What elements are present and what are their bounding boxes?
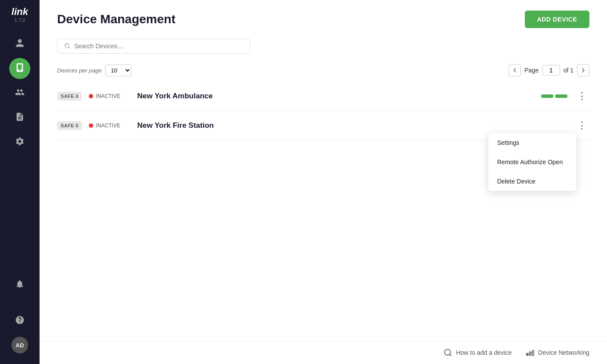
sidebar-item-group[interactable] bbox=[9, 83, 30, 104]
page-title: Device Management bbox=[57, 12, 175, 26]
sidebar-item-help[interactable] bbox=[9, 310, 30, 332]
chevron-right-icon bbox=[581, 68, 585, 72]
status-indicator: INACTIVE bbox=[89, 123, 128, 129]
search-circle-icon bbox=[443, 348, 452, 357]
status-text: INACTIVE bbox=[96, 123, 120, 129]
status-indicator: INACTIVE bbox=[89, 93, 128, 99]
sidebar: link 1.7.0 bbox=[0, 0, 40, 364]
device-name: New York Fire Station bbox=[137, 121, 574, 130]
context-menu-item-delete[interactable]: Delete Device bbox=[488, 172, 576, 191]
help-icon bbox=[15, 315, 25, 327]
pill-group bbox=[541, 94, 567, 98]
device-more-button[interactable]: ⋮ bbox=[574, 90, 589, 103]
svg-line-1 bbox=[450, 354, 451, 356]
page-header: Device Management ADD DEVICE bbox=[40, 0, 607, 39]
settings-icon bbox=[15, 137, 25, 148]
next-page-button[interactable] bbox=[577, 64, 589, 76]
status-text: INACTIVE bbox=[96, 93, 120, 99]
logo-text: link bbox=[11, 7, 28, 17]
status-dot bbox=[89, 94, 93, 98]
search-input[interactable] bbox=[74, 43, 244, 50]
network-icon bbox=[526, 348, 534, 357]
status-pill-green bbox=[541, 94, 553, 98]
device-list: SAFE 0 INACTIVE New York Ambulance ⋮ SAF… bbox=[40, 82, 607, 341]
bottom-bar: How to add a device Device Networking bbox=[40, 341, 607, 364]
group-icon bbox=[15, 87, 25, 99]
table-controls: Devices per page 10 25 50 100 Page of 1 bbox=[40, 61, 607, 82]
user-avatar[interactable]: AD bbox=[11, 337, 28, 353]
online-dot bbox=[18, 301, 22, 305]
device-name: New York Ambulance bbox=[137, 92, 541, 101]
how-to-add-device-link[interactable]: How to add a device bbox=[443, 348, 512, 357]
svg-rect-3 bbox=[530, 352, 531, 355]
context-menu-item-remote-authorize[interactable]: Remote Authorize Open bbox=[488, 152, 576, 172]
device-networking-link[interactable]: Device Networking bbox=[526, 348, 589, 357]
prev-page-button[interactable] bbox=[509, 64, 521, 76]
sidebar-nav bbox=[9, 33, 30, 274]
search-box bbox=[57, 39, 251, 54]
device-actions-right: ⋮ bbox=[574, 119, 589, 132]
logo-version: 1.7.0 bbox=[15, 18, 25, 23]
status-pill-green-2 bbox=[555, 94, 567, 98]
search-container bbox=[40, 39, 607, 61]
user-icon bbox=[15, 38, 25, 50]
device-icon bbox=[15, 63, 25, 74]
sidebar-bottom: AD bbox=[9, 274, 30, 353]
table-row: SAFE 0 INACTIVE New York Fire Station ⋮ … bbox=[57, 111, 589, 141]
safe-badge: SAFE 0 bbox=[57, 121, 82, 130]
logo: link 1.7.0 bbox=[11, 7, 28, 23]
search-icon bbox=[64, 43, 71, 50]
per-page-select[interactable]: 10 25 50 100 bbox=[105, 65, 131, 76]
context-menu: Settings Remote Authorize Open Delete De… bbox=[488, 133, 576, 191]
chevron-left-icon bbox=[512, 68, 517, 72]
device-more-button-active[interactable]: ⋮ bbox=[574, 119, 589, 132]
sidebar-item-settings[interactable] bbox=[9, 132, 30, 153]
report-icon bbox=[15, 112, 25, 123]
bell-icon bbox=[15, 279, 25, 291]
sidebar-item-device[interactable] bbox=[9, 58, 30, 79]
sidebar-item-user[interactable] bbox=[9, 33, 30, 54]
safe-badge: SAFE 0 bbox=[57, 92, 82, 101]
per-page-label: Devices per page 10 25 50 100 bbox=[57, 65, 131, 76]
sidebar-item-report[interactable] bbox=[9, 107, 30, 128]
page-input[interactable] bbox=[542, 65, 560, 76]
context-menu-item-settings[interactable]: Settings bbox=[488, 133, 576, 152]
table-row: SAFE 0 INACTIVE New York Ambulance ⋮ bbox=[57, 82, 589, 111]
pagination: Page of 1 bbox=[509, 64, 589, 76]
status-dot bbox=[89, 123, 93, 128]
add-device-button[interactable]: ADD DEVICE bbox=[525, 11, 589, 28]
main-content: Device Management ADD DEVICE Devices per… bbox=[40, 0, 607, 364]
device-actions-right: ⋮ bbox=[541, 90, 589, 103]
sidebar-item-notifications[interactable] bbox=[9, 274, 30, 296]
